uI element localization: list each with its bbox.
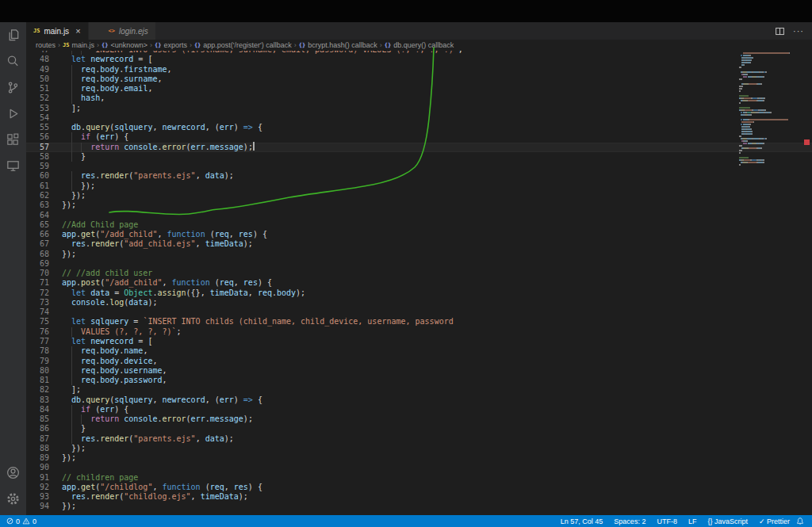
token: body (100, 346, 119, 355)
code-line[interactable]: 65//Add Child page (26, 220, 812, 230)
tab-main.js[interactable]: JSmain.js× (26, 22, 89, 40)
code-line[interactable]: 93 res.render("childlog.ejs", timeData); (26, 492, 812, 502)
status-cursor-position[interactable]: Ln 57, Col 45 (561, 517, 603, 525)
line-number: 56 (26, 132, 49, 142)
code-line[interactable]: 76 VALUES (?, ?, ?, ?)`; (26, 327, 812, 337)
code-line[interactable]: 82 ]; (26, 385, 812, 395)
breadcrumb-item[interactable]: JSmain.js (63, 41, 94, 49)
breadcrumb-item[interactable]: {}bcrypt.hash() callback (299, 41, 377, 49)
token: ); (296, 288, 305, 297)
code-line[interactable]: 86 } (26, 424, 812, 433)
status-language-mode[interactable]: {} JavaScript (707, 517, 748, 525)
code-line[interactable]: 79 req.body.device, (26, 357, 812, 366)
notifications-bell-icon[interactable] (796, 517, 812, 525)
code-line[interactable]: 60 res.render("parents.ejs", data); (26, 171, 812, 181)
token: sqlquery (90, 317, 128, 326)
more-actions-icon[interactable]: ··· (793, 26, 804, 36)
remote-explorer-icon[interactable] (0, 153, 26, 179)
code-line[interactable]: 87 res.render("parents.ejs", data); (26, 434, 812, 444)
status-encoding[interactable]: UTF-8 (657, 517, 677, 525)
code-line[interactable]: 92app.get("/childlog", function (req, re… (26, 483, 812, 492)
code-line[interactable]: 67 res.render("add_child.ejs", timeData)… (26, 239, 812, 249)
source-control-icon[interactable] (0, 74, 26, 101)
code-line[interactable]: 56 if (err) { (26, 132, 812, 142)
line-number: 54 (26, 113, 49, 123)
token: name (124, 346, 143, 355)
token: res (239, 230, 253, 239)
code-line[interactable]: 83 db.query(sqlquery, newrecord, (err) =… (26, 395, 812, 405)
code-line[interactable]: 91// children page (26, 473, 812, 483)
code-line[interactable]: 70// //add child user (26, 269, 812, 278)
code-line[interactable]: 78 req.body.name, (26, 346, 812, 356)
run-and-debug-icon[interactable] (0, 101, 26, 127)
tab-login.ejs[interactable]: <>login.ejs (89, 22, 156, 40)
editor[interactable]: 47 'INSERT INTO users (firstname, surnam… (26, 51, 812, 515)
extensions-icon[interactable] (0, 127, 26, 153)
overview-ruler[interactable] (801, 51, 812, 515)
code-line[interactable]: 94}); (26, 502, 812, 511)
status-eol[interactable]: LF (688, 517, 697, 525)
code-line[interactable]: 52 hash, (26, 94, 812, 103)
code-line[interactable]: 66app.get("/add_child", function (req, r… (26, 230, 812, 239)
minimap[interactable] (739, 52, 798, 166)
code-line[interactable]: 77 let newrecord = [ (26, 337, 812, 346)
code-line[interactable]: 50 req.body.surname, (26, 74, 812, 84)
token: let (71, 288, 86, 297)
token: VALUES (?, ?, ?, ?)` (81, 327, 176, 336)
code-line[interactable]: 72 let data = Object.assign({}, timeData… (26, 288, 812, 298)
token: query (86, 395, 109, 404)
code-line[interactable]: 51 req.body.email, (26, 84, 812, 94)
settings-gear-icon[interactable] (0, 486, 26, 512)
code-line[interactable]: 61 }); (26, 181, 812, 191)
code-line[interactable]: 85 return console.error(err.message); (26, 414, 812, 424)
code-line[interactable]: 80 req.body.username, (26, 366, 812, 376)
code-line[interactable]: 88 }); (26, 444, 812, 453)
code-line[interactable]: 69 (26, 259, 812, 269)
token: ({}, (186, 288, 210, 297)
code-line[interactable]: 53 ]; (26, 104, 812, 113)
code-line[interactable]: 63}); (26, 200, 812, 210)
breadcrumb: routes›JSmain.js›{}<unknown>›{}exports›{… (26, 40, 812, 51)
status-indentation[interactable]: Spaces: 2 (614, 517, 645, 525)
status-formatter[interactable]: ✓ Prettier (759, 517, 790, 525)
token: , (167, 65, 172, 74)
breadcrumb-item[interactable]: {}db.query() callback (385, 41, 454, 49)
token: , (196, 171, 205, 180)
split-editor-icon[interactable] (775, 26, 785, 36)
code-line[interactable]: 68}); (26, 250, 812, 259)
code-line[interactable]: 59 (26, 162, 812, 171)
code-line[interactable]: 54 (26, 113, 812, 123)
code-line[interactable]: 75 let sqlquery = `INSERT INTO childs (c… (26, 317, 812, 327)
code-line[interactable]: 90 (26, 463, 812, 472)
token: let (71, 337, 86, 346)
minimap-line (739, 62, 798, 63)
accounts-icon[interactable] (0, 460, 26, 486)
code-line[interactable]: 64 (26, 211, 812, 220)
problems-indicator[interactable]: 0 0 (0, 517, 36, 525)
code-area[interactable]: 47 'INSERT INTO users (firstname, surnam… (26, 51, 812, 512)
code-line[interactable]: 48 let newrecord = [ (26, 55, 812, 64)
code-line[interactable]: 58 } (26, 152, 812, 162)
token: password (124, 376, 162, 384)
code-line[interactable]: 81 req.body.password, (26, 376, 812, 385)
token: err (220, 395, 234, 404)
token: "parents.ejs" (133, 171, 195, 180)
explorer-icon[interactable] (0, 22, 26, 48)
breadcrumb-item[interactable]: {}exports (155, 41, 187, 49)
code-line[interactable]: 73 console.log(data); (26, 298, 812, 307)
breadcrumb-item[interactable]: {}<unknown> (102, 41, 147, 49)
code-line[interactable]: 74 (26, 307, 812, 317)
code-line[interactable]: 49 req.body.firstname, (26, 65, 812, 74)
code-text (49, 211, 62, 220)
code-line[interactable]: 57 return console.error(err.message); (26, 143, 812, 152)
code-line[interactable]: 71app.post("/add_child", function (req, … (26, 278, 812, 288)
search-icon[interactable] (0, 48, 26, 74)
breadcrumb-item[interactable]: {}app.post('/register') callback (194, 41, 292, 49)
code-line[interactable]: 89}); (26, 453, 812, 463)
close-icon[interactable]: × (75, 26, 80, 36)
code-line[interactable]: 84 if (err) { (26, 405, 812, 414)
code-line[interactable]: 55 db.query(sqlquery, newrecord, (err) =… (26, 123, 812, 132)
code-line[interactable]: 62 }); (26, 191, 812, 200)
token: return (90, 143, 119, 151)
breadcrumb-item[interactable]: routes (36, 41, 56, 49)
